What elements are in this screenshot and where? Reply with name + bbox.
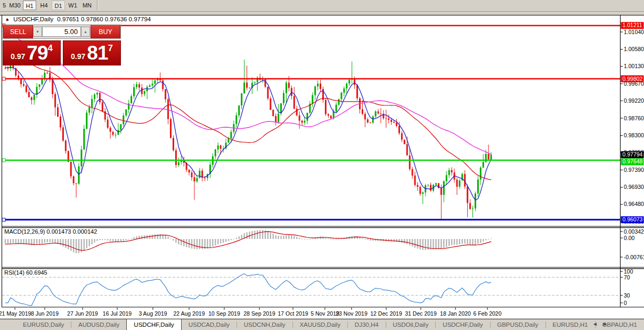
svg-text:3 Aug 2019: 3 Aug 2019 xyxy=(138,310,167,317)
chart-tab-eurusd-daily[interactable]: EURUSD,Daily xyxy=(16,319,71,330)
macd-signal-value: 0.000142 xyxy=(72,228,97,235)
timeframe-button-H1[interactable]: H1 xyxy=(23,1,36,10)
chart-title-symbol: USDCHF,Daily xyxy=(13,16,53,22)
svg-text:1.01211: 1.01211 xyxy=(623,22,642,28)
timeframe-button-W1[interactable]: W1 xyxy=(66,1,79,10)
chart-tab-usdchf-daily[interactable]: USDCHF,Daily xyxy=(126,319,181,330)
svg-text:27 Jun 2019: 27 Jun 2019 xyxy=(67,310,98,317)
svg-text:0.96930: 0.96930 xyxy=(624,184,644,190)
spin-up-icon: ▲ xyxy=(84,30,87,34)
svg-text:22 Aug 2019: 22 Aug 2019 xyxy=(174,310,205,317)
svg-text:18 Jan 2020: 18 Jan 2020 xyxy=(440,310,471,317)
chart-tab-eurusd-h1[interactable]: EURUSD,H1 xyxy=(545,319,594,330)
timeframe-button-D1[interactable]: D1 xyxy=(52,1,65,10)
svg-text:16 Jul 2019: 16 Jul 2019 xyxy=(103,310,132,317)
chart-tab-dj30-h4[interactable]: DJ30,H4 xyxy=(348,319,386,330)
buy-price-pip: 7 xyxy=(108,43,112,54)
svg-text:8 Jun 2019: 8 Jun 2019 xyxy=(31,310,59,317)
svg-text:28 Sep 2019: 28 Sep 2019 xyxy=(243,310,275,317)
svg-text:0.98300: 0.98300 xyxy=(624,132,644,138)
svg-text:10 Sep 2019: 10 Sep 2019 xyxy=(208,310,240,317)
chart-tab-usdcnh-daily[interactable]: USDCNH,Daily xyxy=(237,319,292,330)
svg-text:0: 0 xyxy=(624,300,627,306)
timeframe-button-MN[interactable]: MN xyxy=(80,1,94,10)
chart-title-ohlc: 0.97651 0.97860 0.97636 0.97794 xyxy=(57,16,151,22)
svg-text:1.00580: 1.00580 xyxy=(624,46,644,52)
time-axis[interactable]: 21 May 20198 Jun 201927 Jun 201916 Jul 2… xyxy=(0,308,502,317)
volume-decrease-button[interactable]: ▼ xyxy=(33,27,42,37)
svg-text:21 May 2019: 21 May 2019 xyxy=(0,310,31,317)
macd-main-value: 0.001473 xyxy=(46,228,71,235)
svg-text:1.01040: 1.01040 xyxy=(624,29,644,35)
timeframe-button-5[interactable]: 5 xyxy=(2,1,7,10)
spin-down-icon: ▼ xyxy=(36,30,39,34)
svg-text:0.97648: 0.97648 xyxy=(623,158,643,164)
timeframe-button-M30[interactable]: M30 xyxy=(7,1,22,10)
svg-text:1.00130: 1.00130 xyxy=(624,63,644,69)
svg-text:0.97794: 0.97794 xyxy=(623,151,643,158)
sell-price-pip: 4 xyxy=(47,43,52,54)
buy-button[interactable]: BUY xyxy=(91,25,120,38)
line-anchor-square[interactable] xyxy=(2,77,5,80)
toolbar-separator xyxy=(97,1,98,10)
svg-text:0.98760: 0.98760 xyxy=(624,115,644,121)
line-anchor-square[interactable] xyxy=(2,218,5,221)
svg-text:31 Dec 2019: 31 Dec 2019 xyxy=(405,310,437,317)
svg-text:23 Nov 2019: 23 Nov 2019 xyxy=(336,310,368,317)
chart-tab-xauusd-daily[interactable]: XAUUSD,Daily xyxy=(292,319,347,330)
svg-text:0.97390: 0.97390 xyxy=(624,167,644,173)
chart-tab-usdcad-daily[interactable]: USDCAD,Daily xyxy=(182,319,237,330)
svg-text:6 Feb 2020: 6 Feb 2020 xyxy=(473,310,501,317)
tab-scroll-right[interactable]: ► xyxy=(602,321,608,327)
sell-price-display[interactable]: 0.97 79 4 xyxy=(3,40,61,65)
volume-increase-button[interactable]: ▲ xyxy=(81,27,90,37)
svg-text:5 Nov 2019: 5 Nov 2019 xyxy=(311,310,339,317)
svg-text:0.96480: 0.96480 xyxy=(624,201,644,207)
svg-text:-0.007615: -0.007615 xyxy=(624,254,644,260)
rsi-value: 60.6945 xyxy=(26,269,47,276)
sell-price-big: 79 xyxy=(27,43,47,63)
buy-price-display[interactable]: 0.97 81 7 xyxy=(63,40,121,65)
chart-tab-usdoil-daily[interactable]: USDOil,Daily xyxy=(386,319,435,330)
sell-button[interactable]: SELL xyxy=(3,25,33,38)
trade-controls-row: SELL ▼ ▲ BUY xyxy=(3,24,121,39)
volume-input[interactable] xyxy=(42,27,81,37)
timeframe-button-H4[interactable]: H4 xyxy=(37,1,51,10)
svg-text:0.99802: 0.99802 xyxy=(623,76,643,82)
svg-text:70: 70 xyxy=(624,274,630,280)
candles-layer xyxy=(4,60,492,219)
rsi-line xyxy=(5,274,491,306)
chart-tab-bar: EURUSD,DailyAUDUSD,DailyUSDCHF,DailyUSDC… xyxy=(0,319,644,330)
svg-text:30: 30 xyxy=(624,292,630,299)
svg-text:12 Dec 2019: 12 Dec 2019 xyxy=(370,310,402,317)
line-anchor-square[interactable] xyxy=(2,159,5,162)
rsi-panel xyxy=(2,274,620,306)
chart-tab-usdchf-daily[interactable]: USDCHF,Daily xyxy=(436,319,490,330)
chart-tab-audusd-daily[interactable]: AUDUSD,Daily xyxy=(71,319,126,330)
svg-text:0.99220: 0.99220 xyxy=(624,97,644,104)
tab-scroll-left[interactable]: ◄ xyxy=(592,321,598,327)
svg-text:0.96073: 0.96073 xyxy=(623,216,643,222)
chart-tab-gbpusd-daily[interactable]: GBPUSD,Daily xyxy=(490,319,545,330)
price-axis[interactable]: 1.010401.005801.001300.996700.992200.987… xyxy=(621,22,644,306)
one-click-trading-panel: SELL ▼ ▲ BUY 0.97 79 4 0.97 81 7 xyxy=(3,24,121,65)
buy-price-small: 0.97 xyxy=(71,52,85,61)
timeframe-toolbar: 5M30H1H4D1W1MN xyxy=(0,0,644,12)
svg-text:0.00: 0.00 xyxy=(624,235,635,241)
macd-name: MACD(12,26,9) xyxy=(4,228,45,235)
rsi-name: RSI(14) xyxy=(4,269,25,276)
svg-text:0.003428: 0.003428 xyxy=(624,228,644,235)
chart-title: ▲ USDCHF,Daily 0.97651 0.97860 0.97636 0… xyxy=(5,16,151,22)
sell-price-small: 0.97 xyxy=(11,52,25,61)
svg-text:17 Oct 2019: 17 Oct 2019 xyxy=(278,310,308,317)
buy-price-big: 81 xyxy=(87,43,108,63)
rsi-label: RSI(14) 60.6945 xyxy=(4,269,47,276)
macd-label: MACD(12,26,9) 0.001473 0.000142 xyxy=(4,228,97,235)
chart-arrow-icon: ▲ xyxy=(4,16,10,22)
